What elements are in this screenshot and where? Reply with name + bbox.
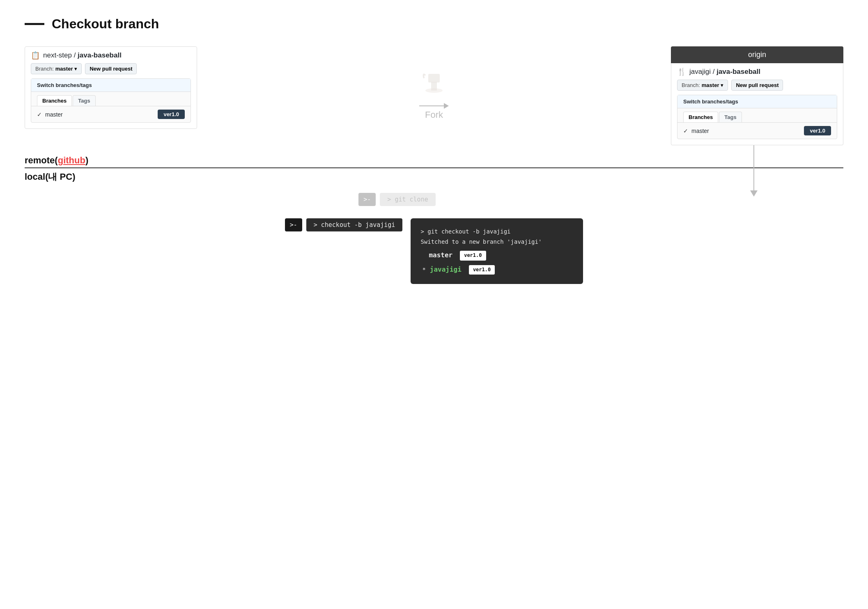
right-branch-name: master <box>691 128 709 134</box>
right-branch-item: ✓ master <box>683 128 709 134</box>
left-repo-name: next-step / java-baseball <box>43 51 122 60</box>
right-dropdown-header: Switch branches/tags <box>677 95 837 108</box>
local-section: >- > git clone >- > checkout -b javajigi… <box>25 193 843 284</box>
left-dropdown-tabs: Branches Tags <box>31 92 191 106</box>
divider-line-top <box>25 167 843 168</box>
left-repo-panel: 📋 next-step / java-baseball Branch: mast… <box>25 46 197 129</box>
title-line-decoration <box>25 23 44 25</box>
right-repo-panel: origin 🍴 javajigi / java-baseball Branch… <box>671 46 843 145</box>
left-ver-badge: ver1.0 <box>158 110 185 119</box>
right-tab-branches[interactable]: Branches <box>683 112 718 122</box>
repo-icon-left: 📋 <box>31 51 40 60</box>
cmd-checkout: > checkout -b javajigi <box>306 218 403 231</box>
left-tab-branches[interactable]: Branches <box>37 95 72 106</box>
result-javajigi-row: * javajigi ver1.0 <box>420 264 573 276</box>
right-repo-header: 🍴 javajigi / java-baseball <box>671 63 843 80</box>
checkout-cmd-row: >- > checkout -b javajigi <box>285 218 403 231</box>
remote-divider-row: remote(github) local(내 PC) <box>25 155 843 183</box>
origin-banner: origin <box>671 46 843 63</box>
right-checkmark-icon: ✓ <box>683 128 688 134</box>
left-repo-controls: Branch: master ▾ New pull request <box>25 63 197 78</box>
left-dropdown-header: Switch branches/tags <box>31 79 191 92</box>
remote-github-highlight: github <box>58 155 85 165</box>
arrow-head-d <box>750 190 758 197</box>
page-title: Checkout branch <box>52 16 159 32</box>
right-dropdown-tabs: Branches Tags <box>677 108 837 123</box>
remote-label: remote(github) <box>25 155 843 166</box>
left-tab-tags[interactable]: Tags <box>73 95 95 106</box>
local-lower-area: >- > checkout -b javajigi > git checkout… <box>285 218 583 284</box>
left-branch-item: ✓ master <box>37 111 63 118</box>
left-dropdown-panel: Switch branches/tags Branches Tags ✓ mas… <box>31 78 191 123</box>
arrow-line-v <box>753 145 754 190</box>
fork-arrow: Fork <box>419 71 449 120</box>
remote-section: 📋 next-step / java-baseball Branch: mast… <box>25 46 843 145</box>
local-label: local(내 PC) <box>25 171 843 183</box>
right-dropdown-panel: Switch branches/tags Branches Tags ✓ mas… <box>677 95 837 139</box>
prompt-checkout: >- <box>285 218 302 231</box>
left-branch-dropdown[interactable]: Branch: master ▾ <box>31 63 82 74</box>
result-javajigi-label: javajigi <box>430 264 462 276</box>
local-upper-cmd: >- > git clone <box>358 193 435 206</box>
result-terminal: > git checkout -b javajigi Switched to a… <box>411 218 583 284</box>
right-ver-badge: ver1.0 <box>804 126 831 135</box>
cmd-clone: > git clone <box>380 193 435 206</box>
prompt-clone: >- <box>358 193 376 206</box>
right-new-pr-button[interactable]: New pull request <box>731 80 783 91</box>
left-repo-header: 📋 next-step / java-baseball <box>25 47 197 63</box>
fork-label: Fork <box>425 110 443 120</box>
left-checkmark-icon: ✓ <box>37 111 42 118</box>
vertical-arrow <box>750 145 758 197</box>
result-javajigi-ver: ver1.0 <box>469 265 495 275</box>
repo-icon-right: 🍴 <box>677 67 686 76</box>
page-title-row: Checkout branch <box>25 16 843 32</box>
right-repo-name: javajigi / java-baseball <box>689 68 760 76</box>
result-master-label: master <box>429 250 452 261</box>
left-new-pr-button[interactable]: New pull request <box>85 63 137 74</box>
arrow-line-h <box>419 105 444 106</box>
left-branch-list: ✓ master ver1.0 <box>31 106 191 122</box>
fork-icon <box>420 71 448 100</box>
arrow-head-r <box>444 103 449 109</box>
right-branch-list: ✓ master ver1.0 <box>677 123 837 139</box>
right-branch-dropdown[interactable]: Branch: master ▾ <box>677 80 728 91</box>
svg-rect-0 <box>428 74 440 82</box>
right-repo-controls: Branch: master ▾ New pull request <box>671 80 843 95</box>
right-tab-tags[interactable]: Tags <box>719 112 742 122</box>
left-branch-name: master <box>45 111 63 118</box>
result-master-ver: ver1.0 <box>460 251 486 261</box>
result-line2: Switched to a new branch 'javajigi' <box>420 237 573 247</box>
result-star: * <box>422 265 425 275</box>
fork-horizontal-arrow <box>419 103 449 109</box>
result-line1: > git checkout -b javajigi <box>420 227 573 237</box>
result-master-row: master ver1.0 <box>420 250 573 261</box>
svg-point-2 <box>425 88 443 93</box>
origin-repo-card: 🍴 javajigi / java-baseball Branch: maste… <box>671 63 843 145</box>
fork-area: Fork <box>197 46 671 120</box>
